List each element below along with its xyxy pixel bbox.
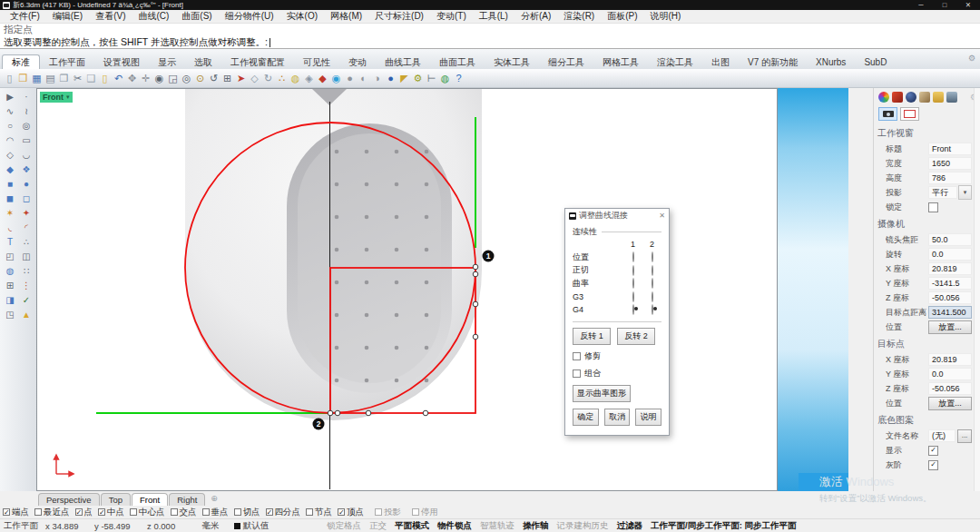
cylinder-icon[interactable]: ◼ (2, 192, 18, 206)
trim-checkbox[interactable]: 修剪 (573, 350, 662, 362)
earth-icon[interactable]: ◍ (438, 71, 452, 85)
ribbon-tab-曲线工具[interactable]: 曲线工具 (376, 55, 430, 69)
ribbon-tab-出图[interactable]: 出图 (702, 55, 739, 69)
zoom-window-icon[interactable]: ◲ (166, 71, 180, 85)
ribbon-tab-设置视图[interactable]: 设置视图 (94, 55, 149, 69)
fillet-icon[interactable]: ◟ (2, 221, 18, 235)
ribbon-tab-细分工具[interactable]: 细分工具 (539, 55, 593, 69)
ribbon-tab-网格工具[interactable]: 网格工具 (593, 55, 648, 69)
osnap-checkbox[interactable]: ✓ (98, 508, 105, 516)
viewport-tab-Front[interactable]: Front (132, 493, 168, 506)
osnap-checkbox[interactable] (375, 508, 382, 516)
osnap-checkbox[interactable] (202, 508, 210, 516)
command-area[interactable]: 指定点 选取要调整的控制点，按住 SHIFT 并选取控制点做对称调整。: (0, 24, 980, 49)
panel-scrollbar[interactable] (974, 88, 980, 491)
panel-field-value[interactable]: 20.819 (928, 262, 972, 275)
maximize-button[interactable]: □ (933, 0, 956, 10)
join-checkbox[interactable]: 组合 (573, 368, 662, 379)
adjust-curve-blend-dialog[interactable]: 调整曲线混接 ✕ 连续性 1 2 位置正切曲率G3G4 反转 1 反转 2 修剪 (564, 208, 670, 436)
minimize-button[interactable]: ─ (909, 0, 933, 10)
lamp-icon[interactable]: ◍ (289, 71, 302, 85)
status-toggle-物件锁点[interactable]: 物件锁点 (437, 520, 472, 532)
trim-icon[interactable]: ◨ (2, 293, 18, 308)
gear-icon[interactable]: ⚙ (968, 54, 975, 63)
camera-tab[interactable] (878, 107, 897, 121)
panel-field-value[interactable]: 20.819 (928, 353, 972, 366)
status-toggle-过滤器[interactable]: 过滤器 (617, 520, 643, 532)
osnap-checkbox[interactable] (34, 508, 42, 516)
open-folder-icon[interactable]: ❒ (16, 71, 30, 85)
osnap-切点[interactable]: 切点 (234, 507, 260, 518)
radio-G3-1[interactable] (632, 291, 634, 302)
osnap-checkbox[interactable]: ✓ (266, 508, 273, 516)
polyline-icon[interactable]: ∿ (2, 104, 18, 119)
settings-gear-icon[interactable]: ⚙ (411, 71, 425, 85)
radio-G3-2[interactable] (652, 291, 653, 302)
rotate-view-icon[interactable]: ✛ (139, 71, 152, 85)
help-icon[interactable]: ? (452, 71, 466, 85)
osnap-checkbox[interactable] (171, 508, 178, 516)
dialog-titlebar[interactable]: 调整曲线混接 ✕ (565, 209, 669, 222)
menu-item-6[interactable]: 细分物件(U) (219, 10, 280, 23)
xray-sphere-icon[interactable]: ◑ (370, 71, 384, 85)
ribbon-tab-XNurbs[interactable]: XNurbs (807, 55, 855, 69)
undo-view-icon[interactable]: ↺ (207, 71, 220, 85)
delete-icon[interactable]: ▲ (18, 308, 34, 322)
radio-曲率-1[interactable] (632, 278, 634, 289)
flip1-button[interactable]: 反转 1 (573, 328, 611, 345)
radio-正切-1[interactable] (632, 265, 634, 276)
material-icon[interactable] (906, 92, 916, 103)
osnap-checkbox[interactable]: ✓ (3, 508, 10, 516)
copy-file-icon[interactable]: ❐ (57, 71, 71, 85)
menu-item-4[interactable]: 曲线(C) (132, 10, 175, 23)
menu-item-12[interactable]: 分析(A) (514, 10, 557, 23)
ribbon-tab-工作平面[interactable]: 工作平面 (40, 55, 94, 69)
surface-icon[interactable]: ◆ (2, 163, 18, 177)
radio-G4-1[interactable] (632, 304, 634, 315)
cplane-icon[interactable]: ◇ (248, 71, 261, 85)
ellipse-icon[interactable]: ◎ (18, 119, 34, 133)
status-toggle-工作平面/同步工作平面: 同步工作平面[interactable]: 工作平面/同步工作平面: 同步工作平面 (651, 520, 796, 532)
ribbon-tab-标准[interactable]: 标准 (2, 54, 40, 69)
ribbon-tab-可见性[interactable]: 可见性 (294, 55, 339, 69)
osnap-交点[interactable]: 交点 (171, 507, 197, 518)
menu-item-14[interactable]: 面板(P) (601, 10, 643, 23)
panel-file-value[interactable]: (无) (928, 429, 956, 442)
color-wheel-icon[interactable]: ◉ (329, 71, 343, 85)
osnap-checkbox[interactable] (234, 508, 241, 516)
control-point-curve-icon[interactable]: ≀ (18, 104, 34, 119)
ghosted-sphere-icon[interactable]: ◐ (357, 71, 370, 85)
flip2-button[interactable]: 反转 2 (617, 328, 655, 345)
ribbon-tab-V7 的新功能[interactable]: V7 的新功能 (739, 55, 807, 69)
paintbrush-icon[interactable] (919, 92, 930, 103)
sphere-icon[interactable]: ● (18, 177, 34, 192)
osnap-顶点[interactable]: ✓顶点 (338, 507, 364, 518)
pan-hand-icon[interactable]: ✥ (125, 71, 139, 85)
osnap-节点[interactable]: 节点 (306, 507, 332, 518)
mirror-icon[interactable]: ◫ (18, 250, 34, 264)
save-icon[interactable]: ▦ (30, 71, 44, 85)
menu-item-10[interactable]: 变动(T) (430, 10, 473, 23)
menu-item-7[interactable]: 实体(O) (280, 10, 324, 23)
osnap-checkbox[interactable] (306, 508, 313, 516)
place-button[interactable]: 放置... (928, 397, 972, 410)
point-edit-icon[interactable]: ∴ (18, 235, 34, 250)
box-icon[interactable]: ■ (2, 177, 18, 192)
new-file-icon[interactable]: ▯ (3, 71, 16, 85)
undo-icon[interactable]: ↶ (112, 71, 125, 85)
panel-field-value[interactable]: 0.0 (928, 248, 972, 261)
ribbon-tab-SubD[interactable]: SubD (855, 55, 896, 69)
menu-item-5[interactable]: 曲面(S) (175, 10, 218, 23)
library-icon[interactable] (933, 92, 944, 103)
ribbon-tab-曲面工具[interactable]: 曲面工具 (430, 55, 485, 69)
radio-位置-1[interactable] (632, 251, 634, 262)
command-prompt-line[interactable]: 选取要调整的控制点，按住 SHIFT 并选取控制点做对称调整。: (0, 35, 980, 48)
flag-icon[interactable]: ◤ (397, 71, 411, 85)
chamfer-icon[interactable]: ◜ (18, 221, 34, 235)
control-points-icon[interactable]: ∴ (275, 71, 289, 85)
zoom-target-icon[interactable]: ◎ (180, 71, 193, 85)
status-toggle-锁定格点[interactable]: 锁定格点 (327, 520, 361, 532)
browse-button[interactable]: ... (957, 429, 972, 443)
radio-G4-2[interactable] (652, 304, 653, 315)
radio-位置-2[interactable] (652, 251, 653, 262)
